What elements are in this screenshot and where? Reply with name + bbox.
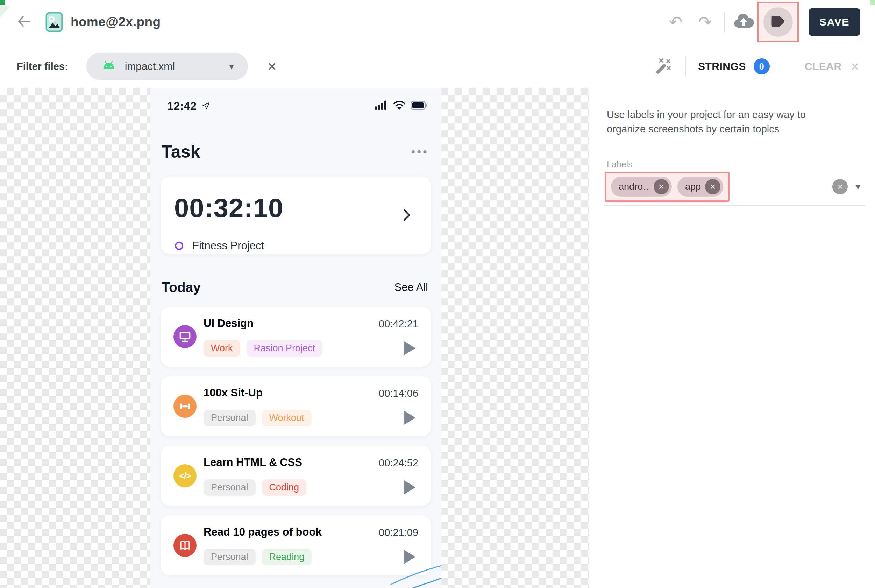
labels-panel: Use labels in your project for an easy w… — [589, 88, 875, 588]
file-filter-dropdown[interactable]: impact.xml ▾ — [86, 53, 248, 80]
tag-badge: Personal — [204, 549, 256, 565]
wave-decoration — [357, 556, 441, 588]
tag-badge: Workout — [262, 410, 312, 426]
labels-field: andro… × app × × ▾ — [605, 172, 865, 206]
label-chip[interactable]: andro… × — [611, 177, 672, 197]
clear-strings-button[interactable]: CLEAR × — [805, 59, 859, 75]
close-icon: × — [851, 59, 859, 75]
play-icon — [404, 341, 416, 356]
timer-card: 00:32:10 Fitness Project — [161, 177, 431, 254]
file-filter-value: impact.xml — [125, 60, 175, 72]
task-card: UI Design 00:42:21 Work Rasion Project — [161, 307, 431, 367]
timer-value: 00:32:10 — [174, 193, 283, 223]
task-tags: Personal Reading — [204, 549, 312, 565]
divider — [724, 12, 725, 32]
upload-button[interactable] — [734, 12, 753, 32]
task-time: 00:14:06 — [379, 388, 418, 399]
recording-artifact — [0, 0, 5, 5]
task-time: 00:42:21 — [379, 318, 418, 330]
play-icon — [404, 480, 416, 495]
screen-title: Task — [162, 142, 200, 162]
magic-wand-icon — [655, 57, 673, 76]
tag-badge: Work — [204, 340, 240, 357]
project-ring-icon — [175, 242, 183, 250]
tag-badge: Personal — [204, 410, 256, 426]
transparency-checkerboard-canvas: 12:42 — [0, 88, 875, 588]
chevron-down-icon: ▾ — [230, 61, 234, 72]
task-time: 00:24:52 — [379, 457, 418, 469]
labels-field-label: Labels — [607, 159, 875, 170]
filter-bar: Filter files: impact.xml ▾ × — [0, 45, 875, 88]
magic-wand-button[interactable] — [653, 56, 674, 77]
tag-badge: Reading — [262, 549, 312, 565]
label-tool-highlight — [758, 2, 799, 42]
labels-highlight: andro… × app × — [605, 172, 729, 202]
remove-label-button[interactable]: × — [705, 179, 720, 194]
timer-project-row: Fitness Project — [175, 240, 264, 252]
task-tags: Work Rasion Project — [204, 340, 323, 357]
task-card: 100x Sit-Up 00:14:06 Personal Workout — [161, 376, 431, 436]
tag-icon — [771, 15, 785, 29]
book-icon — [173, 534, 197, 557]
save-button[interactable]: SAVE — [809, 8, 860, 36]
header-actions: ↶ ↷ — [666, 2, 875, 42]
code-icon: </> — [173, 464, 197, 488]
today-row: Today See All — [162, 280, 428, 295]
app-window: home@2x.png ↶ ↷ — [0, 0, 875, 588]
back-button[interactable] — [16, 14, 32, 30]
status-bar: 12:42 — [167, 97, 427, 115]
tag-badge: Personal — [204, 479, 256, 496]
more-menu-icon: ••• — [411, 145, 429, 159]
task-title: Read 10 pages of book — [204, 526, 322, 538]
label-chip[interactable]: app × — [677, 177, 723, 197]
task-title: UI Design — [204, 317, 254, 330]
cloud-upload-icon — [733, 14, 753, 30]
chevron-down-icon[interactable]: ▾ — [855, 181, 860, 192]
cellular-signal-icon — [375, 100, 388, 111]
monitor-icon — [173, 325, 197, 348]
status-time: 12:42 — [167, 100, 197, 112]
clear-filter-button[interactable]: × — [263, 57, 282, 76]
remove-label-button[interactable]: × — [654, 179, 669, 194]
task-time: 00:21:09 — [379, 527, 418, 538]
strings-count-badge: 0 — [753, 58, 770, 75]
undo-button[interactable]: ↶ — [666, 12, 686, 32]
labels-description: Use labels in your project for an easy w… — [607, 108, 847, 136]
recording-artifact — [0, 6, 11, 18]
chevron-right-icon — [403, 209, 411, 223]
screen-title-row: Task ••• — [162, 142, 429, 162]
label-tool-button[interactable] — [764, 8, 793, 37]
redo-button[interactable]: ↷ — [695, 12, 715, 32]
phone-screenshot[interactable]: 12:42 — [150, 88, 441, 588]
label-chip-text: andro… — [619, 182, 650, 192]
project-name: Fitness Project — [192, 240, 264, 252]
image-file-icon — [45, 12, 63, 32]
android-icon — [102, 60, 116, 73]
wifi-icon — [393, 100, 406, 111]
clear-all-labels-button[interactable]: × — [832, 179, 848, 194]
redo-icon: ↷ — [698, 14, 712, 30]
divider — [686, 56, 686, 76]
strings-tab[interactable]: STRINGS 0 — [698, 58, 770, 75]
dumbbell-icon — [173, 394, 197, 418]
tag-badge: Coding — [262, 479, 307, 496]
today-heading: Today — [162, 280, 201, 295]
page-title: home@2x.png — [71, 15, 161, 29]
header: home@2x.png ↶ ↷ — [0, 0, 875, 44]
tag-badge: Rasion Project — [246, 340, 323, 357]
battery-icon — [411, 100, 427, 111]
clear-label: CLEAR — [805, 60, 842, 72]
recording-artifact — [870, 0, 875, 4]
location-arrow-icon — [201, 101, 210, 111]
strings-label: STRINGS — [698, 60, 746, 72]
task-tags: Personal Workout — [204, 410, 312, 426]
task-title: 100x Sit-Up — [204, 387, 263, 399]
task-title: Learn HTML & CSS — [204, 456, 302, 469]
task-card: </> Learn HTML & CSS 00:24:52 Personal C… — [161, 446, 431, 506]
play-icon — [404, 410, 416, 425]
status-icons — [375, 100, 427, 111]
labels-field-controls: × ▾ — [832, 179, 865, 194]
filter-files-label: Filter files: — [17, 61, 68, 72]
back-arrow-icon — [17, 14, 32, 30]
task-tags: Personal Coding — [204, 479, 306, 496]
